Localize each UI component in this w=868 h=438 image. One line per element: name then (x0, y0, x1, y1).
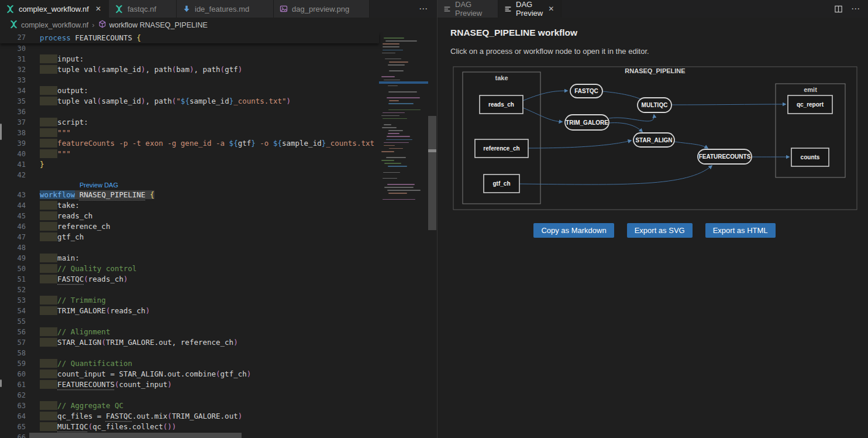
close-icon[interactable]: ✕ (94, 5, 102, 13)
dag-title: RNASEQ_PIPELINE (625, 67, 685, 74)
image-icon (280, 5, 288, 13)
preview-icon (443, 5, 451, 13)
vscode-window: complex_workflow.nf✕fastqc.nfide_feature… (0, 0, 868, 438)
line-number: 31 (0, 54, 40, 64)
tab-fastqc-nf[interactable]: fastqc.nf (109, 0, 177, 18)
code-line[interactable]: 41} (0, 159, 379, 170)
code-line[interactable]: 43workflow RNASEQ_PIPELINE { (0, 190, 379, 200)
editor-group-right: DAG PreviewDAG Preview✕⋯ RNASEQ_PIPELINE… (438, 0, 868, 438)
code-line[interactable]: 37 script: (0, 117, 379, 128)
code-line[interactable]: 50 // Quality control (0, 264, 379, 274)
more-tabs-icon[interactable]: ⋯ (411, 4, 437, 14)
code-line[interactable]: 48 (0, 242, 379, 253)
code-line[interactable]: 56 // Alignment (0, 327, 379, 337)
export-as-svg-button[interactable]: Export as SVG (627, 223, 693, 238)
line-number: 44 (0, 200, 40, 211)
minimap-highlight (379, 81, 428, 84)
line-number: 50 (0, 264, 40, 274)
right-tab-bar: DAG PreviewDAG Preview✕⋯ (438, 0, 868, 18)
code-line[interactable]: 31 input: (0, 54, 379, 64)
horizontal-scrollbar[interactable] (0, 433, 437, 438)
breadcrumb-file[interactable]: complex_workflow.nf (21, 21, 88, 29)
preview-dag-codelens[interactable]: Preview DAG (80, 180, 118, 190)
code-line[interactable]: 34 output: (0, 85, 379, 96)
line-number (0, 180, 40, 190)
code-line[interactable]: 60 count_input = STAR_ALIGN.out.combine(… (0, 369, 379, 379)
close-icon[interactable]: ✕ (547, 5, 555, 13)
code-line[interactable]: 30 (0, 43, 379, 54)
code-line[interactable]: 62 (0, 390, 379, 401)
nextflow-icon (115, 5, 123, 13)
code-line[interactable]: 55 (0, 316, 379, 327)
dag-node-label-counts: counts (801, 154, 820, 160)
tab-dag-preview-dag-preview[interactable]: DAG Preview✕ (498, 0, 562, 18)
line-number: 30 (0, 43, 40, 54)
dag-node-label-reads_ch: reads_ch (488, 101, 514, 108)
code-line[interactable]: 35 tuple val(sample_id), path("${sample_… (0, 96, 379, 107)
line-number: 55 (0, 316, 40, 327)
code-line[interactable]: 65 MULTIQC(qc_files.collect()) (0, 422, 379, 432)
dag-diagram[interactable]: RNASEQ_PIPELINEtakeemitreads_chreference… (450, 66, 859, 211)
line-number: 46 (0, 221, 40, 232)
line-number: 51 (0, 274, 40, 285)
code-line[interactable]: 54 TRIM_GALORE(reads_ch) (0, 306, 379, 316)
tab-label: ide_features.md (195, 5, 249, 13)
breadcrumb-symbol[interactable]: workflow RNASEQ_PIPELINE (109, 21, 208, 29)
line-number: 64 (0, 411, 40, 422)
line-number: 61 (0, 379, 40, 390)
line-number: 41 (0, 159, 40, 170)
code-line[interactable]: 59 // Quantification (0, 358, 379, 369)
line-number: 57 (0, 337, 40, 348)
dag-node-label-FASTQC: FASTQC (574, 88, 598, 94)
code-line[interactable]: 38 """ (0, 128, 379, 138)
breadcrumb-separator: › (91, 20, 95, 29)
overview-ruler-mark (428, 149, 436, 152)
minimap[interactable] (379, 32, 428, 438)
copy-as-markdown-button[interactable]: Copy as Markdown (533, 223, 614, 238)
code-line[interactable]: 63 // Aggregate QC (0, 401, 379, 411)
code-line[interactable]: 45 reads_ch (0, 211, 379, 221)
code-line[interactable]: 49 main: (0, 253, 379, 264)
tab-complex-workflow-nf[interactable]: complex_workflow.nf✕ (0, 0, 109, 18)
line-number: 65 (0, 422, 40, 432)
code-line[interactable]: 53 // Trimming (0, 295, 379, 306)
tab-label: DAG Preview (516, 0, 543, 18)
code-line[interactable]: 40 """ (0, 149, 379, 159)
sticky-scroll-line[interactable]: 27process FEATURECOUNTS { (0, 32, 379, 43)
breadcrumb[interactable]: complex_workflow.nf › workflow RNASEQ_PI… (0, 18, 437, 32)
preview-icon (504, 5, 512, 13)
code-line[interactable]: 44 take: (0, 200, 379, 211)
line-number: 62 (0, 390, 40, 401)
code-line[interactable]: 32 tuple val(sample_id), path(bam), path… (0, 64, 379, 75)
tab-ide-features-md[interactable]: ide_features.md (177, 0, 274, 18)
code-line[interactable]: 52 (0, 285, 379, 295)
line-number: 34 (0, 85, 40, 96)
tab-dag-preview-dag-preview[interactable]: DAG Preview (438, 0, 498, 18)
code-line[interactable]: 42 (0, 170, 379, 180)
code-line[interactable]: 61 FEATURECOUNTS(count_input) (0, 379, 379, 390)
code-line[interactable]: 58 (0, 348, 379, 358)
code-line[interactable]: 57 STAR_ALIGN(TRIM_GALORE.out, reference… (0, 337, 379, 348)
tab-dag-preview-png[interactable]: dag_preview.png (274, 0, 370, 18)
line-number: 54 (0, 306, 40, 316)
editor-group-left: complex_workflow.nf✕fastqc.nfide_feature… (0, 0, 437, 438)
line-number: 58 (0, 348, 40, 358)
code-line[interactable]: 64 qc_files = FASTQC.out.mix(TRIM_GALORE… (0, 411, 379, 422)
code-editor[interactable]: 3031 input:32 tuple val(sample_id), path… (0, 32, 437, 438)
line-number: 27 (0, 32, 40, 43)
code-line[interactable]: 47 gtf_ch (0, 232, 379, 242)
code-line[interactable]: 46 reference_ch (0, 221, 379, 232)
line-number: 37 (0, 117, 40, 128)
horizontal-scrollbar-thumb[interactable] (29, 433, 242, 438)
code-line[interactable]: 33 (0, 75, 379, 85)
split-editor-icon[interactable] (834, 5, 843, 13)
vertical-scrollbar-thumb[interactable] (428, 116, 436, 230)
dag-node-label-TRIM_GALORE: TRIM_GALORE (566, 119, 608, 126)
code-line[interactable]: 36 (0, 107, 379, 117)
code-line[interactable]: 39 featureCounts -p -t exon -g gene_id -… (0, 138, 379, 149)
editor-edge-decoration (0, 379, 2, 387)
code-line[interactable]: 51 FASTQC(reads_ch) (0, 274, 379, 285)
export-as-html-button[interactable]: Export as HTML (705, 223, 776, 238)
vertical-scrollbar[interactable] (428, 32, 436, 438)
more-actions-icon[interactable]: ⋯ (851, 4, 861, 14)
